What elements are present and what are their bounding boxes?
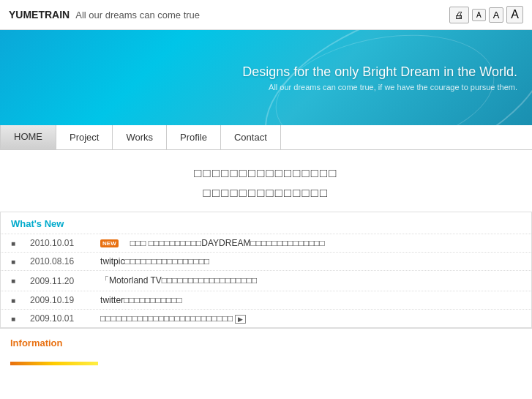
new-badge: NEW bbox=[100, 239, 119, 247]
site-tagline: All our dreams can come true bbox=[75, 10, 200, 20]
hero-subtitle: All our dreams can come true, if we have… bbox=[242, 83, 517, 92]
nav-home[interactable]: HOME bbox=[0, 125, 56, 149]
news-text: twitpic□□□□□□□□□□□□□□□□ bbox=[100, 256, 521, 266]
play-icon[interactable]: ▶ bbox=[235, 315, 246, 324]
news-date: 2009.10.19 bbox=[30, 295, 89, 305]
page-title-line1: □□□□□□□□□□□□□□□□ bbox=[0, 163, 532, 183]
font-large-button[interactable]: A bbox=[506, 6, 523, 23]
page-title-line2: □□□□□□□□□□□□□□ bbox=[0, 183, 532, 203]
font-small-button[interactable]: A bbox=[472, 9, 486, 21]
information-title: Information bbox=[10, 338, 63, 348]
info-bottom bbox=[0, 354, 532, 373]
news-row[interactable]: ■2009.10.19twitter□□□□□□□□□□□ bbox=[1, 291, 531, 309]
information-section: Information bbox=[0, 328, 532, 354]
whats-new-title: What's New bbox=[11, 218, 64, 229]
whats-new-header: What's New bbox=[1, 212, 531, 234]
orange-bar bbox=[10, 362, 98, 365]
nav-profile[interactable]: Profile bbox=[167, 125, 221, 149]
news-row[interactable]: ■2010.10.01NEW□□□ □□□□□□□□□□DAYDREAM□□□□… bbox=[1, 234, 531, 252]
news-text: □□□□□□□□□□□□□□□□□□□□□□□□□▶ bbox=[100, 313, 521, 324]
site-name: YUMETRAIN bbox=[9, 9, 70, 20]
hero-banner: Designs for the only Bright Dream in the… bbox=[0, 30, 532, 125]
news-date: 2009.11.20 bbox=[30, 276, 89, 286]
news-date: 2010.08.16 bbox=[30, 256, 89, 266]
news-bullet-icon: ■ bbox=[11, 277, 15, 285]
whats-new-section: What's New ■2010.10.01NEW□□□ □□□□□□□□□□D… bbox=[0, 212, 532, 328]
site-header: YUMETRAIN All our dreams can come true 🖨… bbox=[0, 0, 532, 30]
header-tools: 🖨 A A A bbox=[449, 6, 523, 23]
main-nav: HOME Project Works Profile Contact bbox=[0, 125, 532, 150]
header-left: YUMETRAIN All our dreams can come true bbox=[9, 9, 200, 20]
news-text: 「Motorland TV□□□□□□□□□□□□□□□□□□ bbox=[100, 275, 521, 287]
font-medium-button[interactable]: A bbox=[489, 7, 504, 23]
nav-contact[interactable]: Contact bbox=[221, 125, 281, 149]
hero-text-block: Designs for the only Bright Dream in the… bbox=[242, 64, 517, 92]
print-button[interactable]: 🖨 bbox=[449, 7, 469, 23]
news-list: ■2010.10.01NEW□□□ □□□□□□□□□□DAYDREAM□□□□… bbox=[1, 234, 531, 327]
news-row[interactable]: ■2009.10.01□□□□□□□□□□□□□□□□□□□□□□□□□▶ bbox=[1, 309, 531, 327]
news-bullet-icon: ■ bbox=[11, 239, 15, 247]
page-title: □□□□□□□□□□□□□□□□ □□□□□□□□□□□□□□ bbox=[0, 163, 532, 203]
news-date: 2009.10.01 bbox=[30, 313, 89, 324]
nav-works[interactable]: Works bbox=[113, 125, 167, 149]
nav-project[interactable]: Project bbox=[56, 125, 113, 149]
news-bullet-icon: ■ bbox=[11, 297, 15, 305]
news-bullet-icon: ■ bbox=[11, 315, 15, 323]
hero-title: Designs for the only Bright Dream in the… bbox=[242, 64, 517, 80]
news-row[interactable]: ■2009.11.20「Motorland TV□□□□□□□□□□□□□□□□… bbox=[1, 270, 531, 291]
page-title-area: □□□□□□□□□□□□□□□□ □□□□□□□□□□□□□□ bbox=[0, 150, 532, 212]
news-text: □□□ □□□□□□□□□□DAYDREAM□□□□□□□□□□□□□□ bbox=[130, 238, 521, 248]
news-text: twitter□□□□□□□□□□□ bbox=[100, 295, 521, 305]
news-row[interactable]: ■2010.08.16twitpic□□□□□□□□□□□□□□□□ bbox=[1, 252, 531, 270]
news-bullet-icon: ■ bbox=[11, 258, 15, 266]
news-date: 2010.10.01 bbox=[30, 238, 89, 248]
